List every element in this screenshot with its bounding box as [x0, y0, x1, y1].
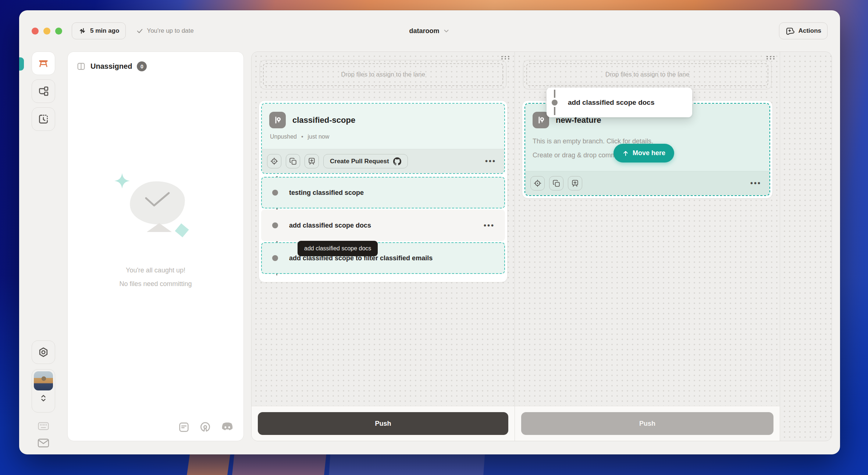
- sidebar-item-branches[interactable]: [32, 79, 55, 103]
- rail-footer: [32, 340, 55, 448]
- lane-new-feature: Drop files to assign to the lane add cla…: [515, 52, 780, 441]
- gitbutler-window: 5 min ago You're up to date dataroom Act…: [19, 10, 840, 454]
- dragged-commit-ghost[interactable]: add classified scope docs: [547, 88, 692, 117]
- lane-drag-handle-icon[interactable]: [501, 56, 510, 60]
- branch-header[interactable]: classified-scope Unpushed • just now: [262, 104, 504, 149]
- traffic-lights: [32, 28, 62, 35]
- check-mark: [144, 191, 171, 208]
- branch-card-classified-scope: classified-scope Unpushed • just now: [259, 100, 508, 282]
- ghost-rail: [554, 107, 555, 115]
- actions-button[interactable]: Actions: [779, 22, 828, 39]
- dot-separator: •: [301, 133, 303, 140]
- sync-time-label: 5 min ago: [90, 27, 119, 35]
- minimize-window-button[interactable]: [43, 28, 50, 35]
- arrow-up-icon: [622, 150, 629, 157]
- butler-table-icon: [37, 58, 50, 69]
- sparkle-box-icon: [785, 26, 795, 35]
- move-here-label: Move here: [633, 149, 665, 157]
- diamond-shape: [175, 223, 189, 237]
- left-rail: [19, 51, 67, 454]
- workspace-board: Drop files to assign to the lane: [251, 51, 832, 441]
- settings-button[interactable]: [32, 340, 55, 364]
- unassigned-header: Unassigned 0: [68, 52, 243, 81]
- github-icon: [393, 157, 401, 165]
- sync-icon: [78, 27, 86, 35]
- lane-classified-scope: Drop files to assign to the lane: [252, 52, 515, 441]
- pr-button-label: Create Pull Request: [330, 158, 389, 165]
- commit-message: add classified scope docs: [289, 222, 371, 229]
- copy-branch-button[interactable]: [549, 176, 563, 190]
- sync-button[interactable]: 5 min ago: [72, 22, 126, 39]
- sidebar-item-history[interactable]: [32, 107, 55, 131]
- chevron-updown-icon: [39, 393, 48, 403]
- keyboard-shortcuts-icon[interactable]: [38, 422, 49, 430]
- drop-hint: Drop files to assign to the lane: [526, 63, 768, 86]
- more-options-icon[interactable]: •••: [482, 157, 499, 165]
- commit-list: testing classified scope add classified …: [261, 174, 505, 280]
- profile-switcher[interactable]: [32, 369, 55, 413]
- commit-row-dragging[interactable]: add classified scope docs •••: [261, 210, 505, 241]
- file-drop-zone[interactable]: Drop files to assign to the lane: [260, 60, 506, 89]
- lane-footer: Push: [515, 406, 780, 441]
- close-window-button[interactable]: [32, 28, 39, 35]
- drop-hint: Drop files to assign to the lane: [263, 63, 503, 86]
- empty-subtitle: No files need committing: [119, 280, 192, 288]
- ghost-commit-message: add classified scope docs: [568, 99, 654, 107]
- gear-icon: [38, 347, 49, 358]
- zoom-window-button[interactable]: [55, 28, 62, 35]
- chevron-down-icon: [443, 27, 450, 35]
- changelog-icon[interactable]: [178, 421, 190, 433]
- create-pull-request-button[interactable]: Create Pull Request: [323, 154, 408, 168]
- drag-label-tooltip: add classified scope docs: [298, 241, 378, 256]
- empty-title: You're all caught up!: [126, 267, 185, 274]
- push-button[interactable]: Push: [258, 412, 508, 435]
- branch-state: Unpushed: [270, 133, 297, 140]
- copy-branch-button[interactable]: [286, 154, 300, 168]
- history-clock-icon: [38, 114, 49, 125]
- more-options-icon[interactable]: •••: [747, 179, 764, 188]
- project-selector[interactable]: dataroom: [409, 27, 450, 35]
- panel-footer: [178, 421, 234, 433]
- sparkle-icon: [114, 173, 130, 189]
- commit-message: testing classified scope: [289, 189, 364, 197]
- add-dependent-branch-button[interactable]: [568, 176, 582, 190]
- branches-icon: [38, 86, 49, 97]
- commit-row[interactable]: testing classified scope: [261, 177, 505, 208]
- add-dependent-branch-button[interactable]: [305, 154, 319, 168]
- open-source-icon[interactable]: [199, 421, 211, 433]
- check-icon: [136, 27, 143, 35]
- stand-shape: [147, 223, 172, 232]
- branch-toolbar: •••: [525, 171, 769, 195]
- split-view-icon: [77, 62, 86, 71]
- empty-state: You're all caught up! No files need comm…: [68, 173, 243, 288]
- sidebar-item-workspace[interactable]: [32, 51, 55, 75]
- push-button-disabled[interactable]: Push: [521, 412, 773, 435]
- share-feedback-icon[interactable]: [38, 438, 49, 448]
- titlebar: 5 min ago You're up to date dataroom Act…: [19, 10, 840, 51]
- unassigned-title: Unassigned: [90, 62, 132, 71]
- empty-state-illustration: [111, 173, 200, 250]
- sync-status: You're up to date: [136, 27, 193, 35]
- ghost-rail: [554, 90, 555, 98]
- branch-name: classified-scope: [292, 115, 355, 125]
- new-lane-area[interactable]: [780, 52, 832, 441]
- branch-badge-icon: [269, 112, 286, 128]
- lane-footer: Push: [252, 406, 515, 441]
- move-here-button[interactable]: Move here: [613, 144, 674, 162]
- file-drop-zone[interactable]: Drop files to assign to the lane: [523, 60, 772, 89]
- unassigned-panel: Unassigned 0 You're all caught up! No fi…: [67, 51, 244, 441]
- project-name: dataroom: [409, 27, 439, 35]
- more-options-icon[interactable]: •••: [481, 221, 498, 230]
- desktop: { "colors": { "accent_teal": "#14a395", …: [0, 0, 868, 475]
- lane-drag-handle-icon[interactable]: [766, 56, 775, 60]
- user-avatar: [34, 371, 53, 390]
- pick-commit-button[interactable]: [530, 176, 545, 190]
- pick-commit-button[interactable]: [267, 154, 281, 168]
- discord-icon[interactable]: [221, 422, 234, 433]
- unassigned-count-badge: 0: [137, 61, 147, 71]
- status-label: You're up to date: [147, 27, 193, 35]
- branch-time: just now: [308, 133, 330, 140]
- branch-toolbar: Create Pull Request •••: [262, 149, 504, 173]
- actions-label: Actions: [798, 27, 821, 35]
